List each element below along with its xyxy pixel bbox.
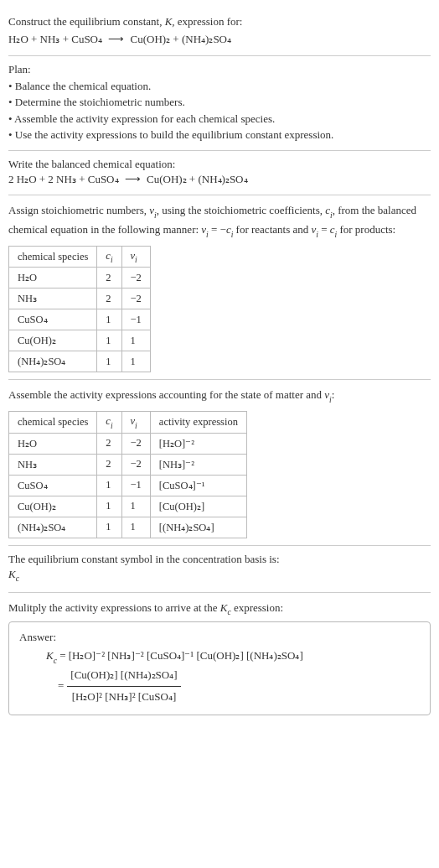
col-species: chemical species (9, 246, 97, 268)
cell-c: 1 (97, 330, 121, 351)
col-species: chemical species (9, 412, 97, 434)
section-kc-symbol: The equilibrium constant symbol in the c… (8, 546, 431, 593)
sub-c: c (54, 657, 57, 665)
eq-left: H₂O + NH₃ + CuSO₄ (8, 33, 102, 45)
cell-v: −1 (121, 475, 150, 496)
answer-box: Answer: Kc = [H₂O]⁻² [NH₃]⁻² [CuSO₄]⁻¹ [… (8, 621, 431, 715)
text: for products: (337, 223, 395, 236)
sub-i: i (329, 396, 332, 404)
section-plan: Plan: • Balance the chemical equation. •… (8, 56, 431, 151)
cell-c: 1 (97, 351, 121, 372)
cell-c: 1 (97, 517, 121, 538)
cell-c: 2 (97, 454, 121, 475)
K-ital: K (46, 649, 54, 662)
section-stoich-table: Assign stoichiometric numbers, νi, using… (8, 195, 431, 380)
table-row: (NH₄)₂SO₄11 (9, 351, 151, 372)
plan-bullet: • Balance the chemical equation. (8, 78, 431, 95)
reaction-arrow-icon: ⟶ (105, 31, 127, 49)
cell-c: 2 (97, 288, 121, 309)
fraction: [Cu(OH)₂] [(NH₄)₂SO₄] [H₂O]² [NH₃]² [CuS… (67, 667, 180, 706)
cell-species: CuSO₄ (9, 475, 97, 496)
table-row: CuSO₄1−1[CuSO₄]⁻¹ (9, 475, 247, 496)
section-prompt: Construct the equilibrium constant, K, e… (8, 7, 431, 56)
fraction-numerator: [Cu(OH)₂] [(NH₄)₂SO₄] (67, 667, 180, 687)
answer-line-1: Kc = [H₂O]⁻² [NH₃]⁻² [CuSO₄]⁻¹ [Cu(OH)₂]… (46, 647, 303, 667)
sub-i: i (111, 256, 113, 264)
col-ci: ci (97, 246, 121, 268)
cell-activity: [(NH₄)₂SO₄] (150, 517, 246, 538)
cell-v: −2 (121, 433, 150, 454)
table-row: Cu(OH)₂11 (9, 330, 151, 351)
cell-species: CuSO₄ (9, 309, 97, 330)
cell-v: 1 (121, 517, 150, 538)
text: Assign stoichiometric numbers, (8, 204, 149, 216)
eq-right: Cu(OH)₂ + (NH₄)₂SO₄ (131, 33, 232, 45)
plan-heading: Plan: (8, 63, 431, 76)
sub-i: i (206, 231, 209, 239)
cell-species: (NH₄)₂SO₄ (9, 517, 97, 538)
cell-activity: [NH₃]⁻² (150, 454, 246, 475)
section-activity-table: Assemble the activity expressions accoun… (8, 380, 431, 545)
cell-v: −2 (121, 288, 150, 309)
text: , using the stoichiometric coefficients, (157, 204, 326, 216)
cell-species: Cu(OH)₂ (9, 330, 97, 351)
cell-species: NH₃ (9, 454, 97, 475)
balanced-equation: 2 H₂O + 2 NH₃ + CuSO₄ ⟶ Cu(OH)₂ + (NH₄)₂… (8, 171, 431, 189)
sub-i: i (335, 231, 338, 239)
table-row: Cu(OH)₂11[Cu(OH)₂] (9, 496, 247, 517)
col-nui: νi (121, 412, 150, 434)
c: c (330, 223, 335, 236)
answer-line-2: = [Cu(OH)₂] [(NH₄)₂SO₄] [H₂O]² [NH₃]² [C… (46, 667, 184, 706)
table-row: CuSO₄1−1 (9, 309, 151, 330)
cell-v: 1 (121, 330, 150, 351)
kc-explain: The equilibrium constant symbol in the c… (8, 553, 431, 566)
col-ci: ci (97, 412, 121, 434)
table-row: (NH₄)₂SO₄11[(NH₄)₂SO₄] (9, 517, 247, 538)
col-nui: νi (121, 246, 150, 268)
section-answer: Mulitply the activity expressions to arr… (8, 593, 431, 722)
table-row: NH₃2−2 (9, 288, 151, 309)
cell-c: 2 (97, 268, 121, 288)
plan-bullets: • Balance the chemical equation. • Deter… (8, 78, 431, 143)
prompt-line-1: Construct the equilibrium constant, K, e… (8, 13, 431, 31)
answer-label: Answer: (19, 631, 420, 644)
text: Mulitply the activity expressions to arr… (8, 601, 220, 614)
cell-activity: [Cu(OH)₂] (150, 496, 246, 517)
fraction-denominator: [H₂O]² [NH₃]² [CuSO₄] (67, 687, 180, 706)
table-header-row: chemical species ci νi activity expressi… (9, 412, 247, 434)
cell-c: 1 (97, 496, 121, 517)
sub-i: i (111, 422, 113, 430)
c: c (226, 223, 231, 236)
cell-v: −2 (121, 268, 150, 288)
plan-bullet: • Assemble the activity expression for e… (8, 111, 431, 127)
activity-explain: Assemble the activity expressions accoun… (8, 387, 431, 406)
balanced-heading: Write the balanced chemical equation: (8, 158, 431, 171)
reaction-arrow-icon: ⟶ (121, 171, 144, 189)
section-balanced: Write the balanced chemical equation: 2 … (8, 151, 431, 196)
balanced-left: 2 H₂O + 2 NH₃ + CuSO₄ (8, 173, 119, 185)
eq: = (318, 223, 330, 236)
cell-species: (NH₄)₂SO₄ (9, 351, 97, 372)
stoich-table: chemical species ci νi H₂O2−2 NH₃2−2 CuS… (8, 246, 151, 373)
cell-c: 2 (97, 433, 121, 454)
table-row: H₂O2−2 (9, 268, 151, 288)
eq: = − (209, 223, 226, 236)
activity-table: chemical species ci νi activity expressi… (8, 411, 247, 538)
cell-activity: [CuSO₄]⁻¹ (150, 475, 246, 496)
eq-sign: = (58, 678, 64, 695)
sub-i: i (330, 211, 333, 220)
prompt-text-a: Construct the equilibrium constant, (8, 15, 165, 28)
prompt-text-b: , expression for: (172, 15, 242, 28)
table-row: H₂O2−2[H₂O]⁻² (9, 433, 247, 454)
answer-lead: Mulitply the activity expressions to arr… (8, 600, 431, 619)
stoich-explain: Assign stoichiometric numbers, νi, using… (8, 202, 431, 241)
sub-i: i (135, 422, 137, 430)
cell-v: 1 (121, 496, 150, 517)
rhs-product: [H₂O]⁻² [NH₃]⁻² [CuSO₄]⁻¹ [Cu(OH)₂] [(NH… (69, 649, 303, 662)
sub-c: c (227, 608, 230, 616)
sub-c: c (16, 574, 19, 583)
kc-symbol: Kc (8, 566, 431, 585)
sub-i: i (135, 256, 137, 264)
balanced-right: Cu(OH)₂ + (NH₄)₂SO₄ (147, 173, 248, 185)
table-row: NH₃2−2[NH₃]⁻² (9, 454, 247, 475)
